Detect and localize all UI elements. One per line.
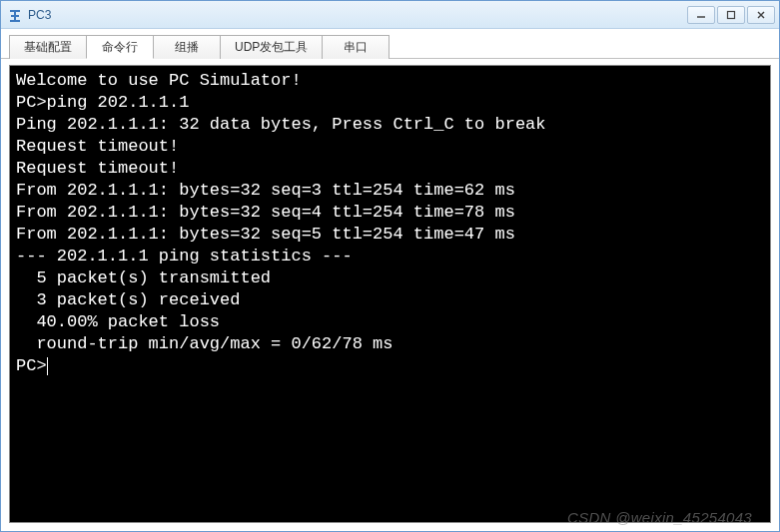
terminal-prompt-line: PC> (16, 355, 764, 377)
close-button[interactable] (747, 6, 775, 24)
tab-basic-config[interactable]: 基础配置 (9, 35, 87, 59)
tab-udp-tool[interactable]: UDP发包工具 (220, 35, 323, 59)
minimize-icon (696, 10, 706, 20)
close-icon (756, 10, 766, 20)
window-controls (687, 6, 775, 24)
terminal-line: From 202.1.1.1: bytes=32 seq=4 ttl=254 t… (16, 202, 764, 224)
terminal-line: Request timeout! (16, 136, 764, 158)
terminal-line: 5 packet(s) transmitted (16, 267, 764, 289)
tab-command-line[interactable]: 命令行 (86, 35, 154, 59)
terminal-line: From 202.1.1.1: bytes=32 seq=5 ttl=254 t… (16, 224, 764, 246)
maximize-button[interactable] (717, 6, 745, 24)
terminal-line: Request timeout! (16, 158, 764, 180)
terminal-line: --- 202.1.1.1 ping statistics --- (16, 246, 764, 267)
terminal-line: From 202.1.1.1: bytes=32 seq=3 ttl=254 t… (16, 180, 764, 202)
terminal-prompt: PC> (16, 356, 47, 375)
terminal-line: PC>ping 202.1.1.1 (16, 92, 764, 114)
terminal-line: Ping 202.1.1.1: 32 data bytes, Press Ctr… (16, 114, 764, 136)
window-title: PC3 (28, 8, 51, 22)
terminal-line: round-trip min/avg/max = 0/62/78 ms (16, 333, 764, 355)
app-icon (7, 7, 23, 23)
app-window: PC3 基础配置 命令行 组播 UDP发包工具 串口 Welcome to us… (0, 0, 780, 532)
tab-serial[interactable]: 串口 (322, 35, 390, 59)
title-left: PC3 (7, 7, 51, 23)
cursor-icon (47, 357, 48, 375)
tab-multicast[interactable]: 组播 (153, 35, 221, 59)
terminal-line: Welcome to use PC Simulator! (16, 70, 764, 92)
maximize-icon (726, 10, 736, 20)
terminal-line: 40.00% packet loss (16, 311, 764, 333)
terminal-wrap: Welcome to use PC Simulator!PC>ping 202.… (1, 59, 779, 531)
titlebar: PC3 (1, 1, 779, 29)
tabbar: 基础配置 命令行 组播 UDP发包工具 串口 (1, 29, 779, 59)
minimize-button[interactable] (687, 6, 715, 24)
terminal[interactable]: Welcome to use PC Simulator!PC>ping 202.… (9, 65, 771, 523)
svg-rect-1 (728, 11, 735, 18)
terminal-line: 3 packet(s) received (16, 289, 764, 311)
